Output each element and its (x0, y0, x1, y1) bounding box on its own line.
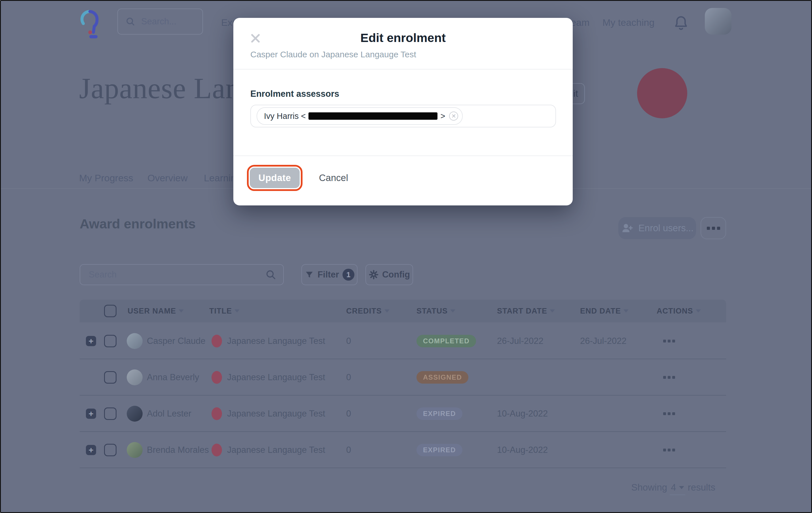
enrolment-title[interactable]: Japanese Langauge Test (227, 372, 325, 382)
start-date: 26-Jul-2022 (497, 336, 544, 346)
tab-overview[interactable]: Overview (147, 172, 188, 184)
caret-down-icon (624, 309, 629, 313)
update-button[interactable]: Update (250, 168, 300, 188)
status-badge: ASSIGNED (416, 371, 468, 384)
app-screen: Explore My team My teaching Japanese Lan… (0, 0, 812, 513)
credits-value: 0 (346, 445, 351, 455)
lightbulb-logo-icon[interactable] (78, 8, 103, 39)
table-header: USER NAME TITLE CREDITS STATUS START DAT… (80, 300, 726, 322)
user-name[interactable]: Adol Lester (147, 409, 192, 419)
remove-assessor-icon[interactable]: ✕ (449, 111, 458, 120)
award-cover-circle (637, 68, 687, 118)
enrolment-title[interactable]: Japanese Langauge Test (227, 336, 325, 346)
column-header-title[interactable]: TITLE (209, 307, 239, 316)
award-dot-icon (211, 371, 222, 384)
config-label: Config (382, 270, 410, 280)
table-bottom-divider (80, 467, 726, 468)
assessors-label: Enrolment assessors (250, 89, 339, 99)
global-search (117, 8, 203, 35)
config-button[interactable]: Config (366, 264, 413, 285)
caret-down-icon (450, 309, 455, 313)
funnel-icon (304, 270, 314, 279)
award-dot-icon (211, 407, 222, 420)
caret-down-icon (234, 309, 239, 313)
row-actions-button[interactable] (663, 340, 675, 343)
table-row: + Casper Claude Japanese Langauge Test 0… (80, 322, 726, 359)
cancel-button[interactable]: Cancel (319, 172, 348, 183)
column-header-start-date[interactable]: START DATE (497, 307, 555, 316)
caret-down-icon (179, 309, 184, 313)
column-header-status[interactable]: STATUS (416, 307, 455, 316)
row-actions-button[interactable] (663, 376, 675, 379)
enrol-users-label: Enrol users... (638, 223, 694, 234)
table-row: + Anna Beverly Japanese Langauge Test 0 … (80, 359, 726, 396)
global-search-input[interactable] (141, 16, 190, 27)
update-highlight-ring: Update (247, 165, 302, 191)
assessor-bracket: > (440, 111, 445, 121)
column-header-credits[interactable]: CREDITS (346, 307, 389, 316)
user-plus-icon (621, 222, 634, 234)
user-name[interactable]: Casper Claude (147, 336, 206, 346)
assessor-name: Ivy Harris < (264, 111, 306, 121)
enrolments-table: USER NAME TITLE CREDITS STATUS START DAT… (80, 300, 726, 468)
status-badge: EXPIRED (416, 444, 462, 456)
filter-button[interactable]: Filter 1 (301, 264, 357, 285)
results-label: results (688, 482, 715, 492)
select-all-checkbox[interactable] (104, 305, 117, 317)
status-badge: COMPLETED (416, 335, 476, 347)
user-name[interactable]: Brenda Morales (147, 445, 209, 455)
credits-value: 0 (346, 336, 351, 346)
caret-down-icon (550, 309, 555, 313)
row-checkbox[interactable] (104, 444, 117, 456)
expand-row-button[interactable]: + (86, 445, 96, 455)
user-name[interactable]: Anna Beverly (147, 372, 199, 382)
assessors-input[interactable]: Ivy Harris < > ✕ (250, 105, 556, 127)
nav-item-my-teaching[interactable]: My teaching (603, 17, 655, 28)
section-title: Award enrolments (80, 216, 196, 232)
credits-value: 0 (346, 372, 351, 382)
expand-row-button[interactable]: + (86, 336, 96, 346)
expand-row-button[interactable]: + (86, 409, 96, 419)
enrol-users-button[interactable]: Enrol users... (618, 217, 696, 239)
filter-label: Filter (318, 270, 339, 280)
modal-footer: Update Cancel (247, 165, 348, 191)
search-icon (265, 269, 277, 280)
user-avatar[interactable] (705, 8, 731, 35)
enrolment-title[interactable]: Japanese Langauge Test (227, 409, 325, 419)
gear-icon (369, 270, 379, 280)
credits-value: 0 (346, 409, 351, 419)
start-date: 10-Aug-2022 (497, 409, 548, 419)
results-count-dropdown[interactable]: 4 (670, 482, 685, 495)
column-header-end-date[interactable]: END DATE (580, 307, 629, 316)
notifications-bell-icon[interactable] (672, 14, 690, 33)
row-actions-button[interactable] (663, 449, 675, 452)
showing-label: Showing (631, 482, 667, 492)
modal-title: Edit enrolment (233, 31, 573, 45)
user-avatar (127, 333, 143, 349)
search-icon (125, 17, 136, 27)
row-checkbox[interactable] (104, 335, 117, 347)
caret-down-icon (679, 486, 684, 489)
table-row: + Brenda Morales Japanese Langauge Test … (80, 431, 726, 468)
modal-divider (233, 69, 573, 70)
section-more-button[interactable] (701, 217, 726, 239)
redacted-email (309, 112, 437, 120)
award-dot-icon (211, 444, 222, 457)
tab-my-progress[interactable]: My Progress (79, 172, 133, 184)
start-date: 10-Aug-2022 (497, 445, 548, 455)
edit-enrolment-modal: Edit enrolment Casper Claude on Japanese… (233, 18, 573, 206)
table-search (80, 264, 284, 285)
assessor-chip: Ivy Harris < > ✕ (257, 107, 463, 125)
table-search-input[interactable] (88, 269, 265, 280)
column-header-actions[interactable]: ACTIONS (657, 307, 701, 316)
row-checkbox[interactable] (104, 407, 117, 420)
column-header-user-name[interactable]: USER NAME (127, 307, 184, 316)
enrolment-title[interactable]: Japanese Langauge Test (227, 445, 325, 455)
filter-count-badge: 1 (343, 269, 354, 280)
user-avatar (127, 442, 143, 458)
status-badge: EXPIRED (416, 407, 462, 420)
row-checkbox[interactable] (104, 371, 117, 384)
row-actions-button[interactable] (663, 412, 675, 415)
modal-divider (233, 156, 573, 156)
results-summary: Showing 4 results (80, 482, 715, 495)
